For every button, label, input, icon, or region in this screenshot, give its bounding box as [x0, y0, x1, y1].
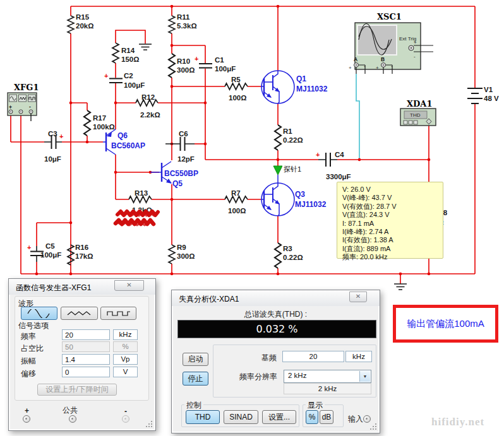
amplitude-label: 振幅: [21, 356, 36, 367]
component-value: 2.2kΩ: [140, 111, 160, 119]
minus-terminal[interactable]: [122, 415, 129, 423]
resistor-r16[interactable]: R16 17kΩ: [68, 244, 93, 265]
resolution-readout: 2 kHz: [284, 383, 371, 394]
component-ref: Q3: [295, 190, 305, 199]
chevron-down-icon[interactable]: ▼: [359, 371, 370, 382]
close-button[interactable]: ✕: [349, 292, 367, 302]
resistor-r15[interactable]: R15 20kΩ: [68, 13, 93, 33]
polarity-plus: +: [104, 72, 108, 80]
resolution-dropdown[interactable]: 2 kHz ▼: [284, 370, 371, 383]
probe-reading: I: 87.1 mA: [342, 220, 443, 228]
capacitor-c2[interactable]: + C2 100μF: [104, 72, 145, 89]
transistor-q1[interactable]: Q1 MJ11032: [261, 71, 328, 103]
sinad-button[interactable]: SINAD: [224, 410, 258, 424]
input-terminal[interactable]: [363, 415, 371, 423]
component-ref: R9: [177, 244, 186, 251]
component-ref: Q6: [117, 131, 128, 140]
component-ref: C5: [45, 242, 55, 250]
component-ref: R12: [141, 93, 155, 101]
component-value: 20kΩ: [76, 22, 93, 30]
capacitor-c5[interactable]: + C5 100μF: [27, 242, 61, 262]
resistor-r9[interactable]: R9 300Ω: [169, 244, 195, 264]
probe-reading: I(有效值): 1.38 A: [342, 236, 443, 244]
distortion-analyzer-icon[interactable]: XDA1 THD: [400, 99, 436, 126]
triangle-wave-button[interactable]: [61, 307, 98, 320]
resistor-r11[interactable]: R11 5.3kΩ: [169, 13, 197, 33]
resistor-r14[interactable]: R14 150Ω: [112, 43, 139, 63]
ground-symbol-bottom[interactable]: [394, 284, 407, 290]
polarity-plus: +: [195, 55, 198, 62]
db-button[interactable]: dB: [320, 410, 333, 424]
probe-reading: V: 26.0 V: [342, 186, 443, 194]
resistor-r5[interactable]: R5 100Ω: [225, 76, 248, 102]
probe-reading: V(峰-峰): 43.7 V: [342, 194, 443, 202]
amplitude-input[interactable]: [62, 354, 110, 365]
percent-button[interactable]: %: [306, 410, 318, 424]
thd-mode-button[interactable]: THD: [186, 410, 220, 424]
function-generator-dialog: 函数信号发生器-XFG1 ✕ 波形 信号选项 频率 kHz 占空比 % 振幅 V…: [8, 278, 156, 431]
component-value: MJ11032: [296, 85, 328, 93]
component-value: BC560AP: [111, 141, 145, 150]
capacitor-c4[interactable]: + C4 3300μF: [316, 151, 351, 180]
probe-reading: V(有效值): 28.7 V: [342, 203, 443, 211]
resolution-value: 2 kHz: [288, 372, 306, 379]
frequency-input[interactable]: [62, 329, 110, 340]
settings-button[interactable]: 设置...: [262, 410, 296, 424]
common-terminal[interactable]: [69, 415, 76, 423]
offset-unit[interactable]: V: [113, 367, 138, 377]
component-value: MJ11032: [295, 200, 327, 209]
transistor-q5[interactable]: BC550BP Q5: [150, 162, 198, 188]
capacitor-c6[interactable]: C6 12pF: [165, 130, 195, 163]
component-ref: R7: [231, 189, 241, 197]
oscilloscope-icon[interactable]: XSC1 Ext Trig + - A B + - + -: [349, 12, 433, 74]
ground-symbol-top[interactable]: [139, 44, 152, 50]
probe-arrow-icon[interactable]: [273, 166, 282, 175]
component-value: 10μF: [44, 155, 61, 163]
capacitor-c1[interactable]: + C1 100μF: [195, 55, 236, 73]
polarity-plus: +: [27, 244, 31, 251]
fundamental-freq-input[interactable]: [282, 351, 344, 362]
start-button[interactable]: 启动: [183, 353, 208, 366]
function-generator-icon[interactable]: XFG1 + -: [8, 83, 39, 121]
component-ref: Q1: [296, 74, 306, 83]
square-wave-button[interactable]: [100, 307, 136, 320]
amplitude-unit[interactable]: Vp: [113, 354, 138, 365]
resistor-r10[interactable]: R10 300Ω: [169, 54, 195, 78]
transistor-q6[interactable]: Q6 BC560AP: [103, 129, 145, 155]
set-rise-fall-button[interactable]: 设置上升/下降时间: [37, 384, 117, 396]
plus-terminal-label: +: [9, 104, 12, 110]
polarity-plus: +: [316, 151, 320, 158]
fundamental-freq-label: 基频: [261, 353, 277, 363]
capacitor-c3[interactable]: + C3 10μF: [44, 130, 63, 163]
sine-wave-button[interactable]: [21, 307, 57, 320]
component-value: 48 V: [484, 95, 499, 102]
ext-trig-minus: -: [414, 54, 416, 59]
close-button[interactable]: ✕: [114, 280, 144, 291]
transistor-q3[interactable]: Q3 MJ11032: [261, 175, 327, 216]
stop-button[interactable]: 停止: [183, 372, 208, 386]
offset-label: 偏移: [21, 368, 36, 379]
resistor-r1[interactable]: R1 0.22Ω: [275, 125, 303, 150]
minus-terminal-label: -: [124, 407, 127, 416]
bias-current-annotation: 输出管偏流100mA: [393, 305, 498, 343]
resistor-r12[interactable]: R12 2.2kΩ: [136, 93, 160, 119]
probe-reading: I(峰-峰): 2.74 A: [342, 228, 443, 236]
duty-cycle-unit: %: [113, 341, 138, 352]
resistor-r17[interactable]: R17 100kΩ: [84, 110, 115, 136]
ext-trig-plus: +: [414, 40, 417, 45]
channel-b-label: B: [381, 56, 385, 62]
resize-grip[interactable]: [375, 428, 376, 430]
plus-terminal[interactable]: [23, 415, 30, 423]
resistor-r3[interactable]: R3 0.22Ω: [275, 243, 303, 268]
component-ref: R16: [75, 244, 88, 251]
resistor-r7[interactable]: R7 100Ω: [225, 189, 248, 215]
frequency-unit[interactable]: kHz: [113, 329, 138, 340]
component-value: 12pF: [177, 155, 195, 163]
fundamental-freq-unit[interactable]: kHz: [345, 351, 372, 362]
probe-label[interactable]: 探针1: [282, 165, 303, 174]
dialog-title: 函数信号发生器-XFG1: [16, 283, 91, 293]
resize-grip[interactable]: [151, 426, 152, 427]
component-value: 300Ω: [177, 66, 195, 74]
battery-v1[interactable]: V1 48 V: [467, 86, 499, 103]
offset-input[interactable]: [62, 367, 110, 377]
